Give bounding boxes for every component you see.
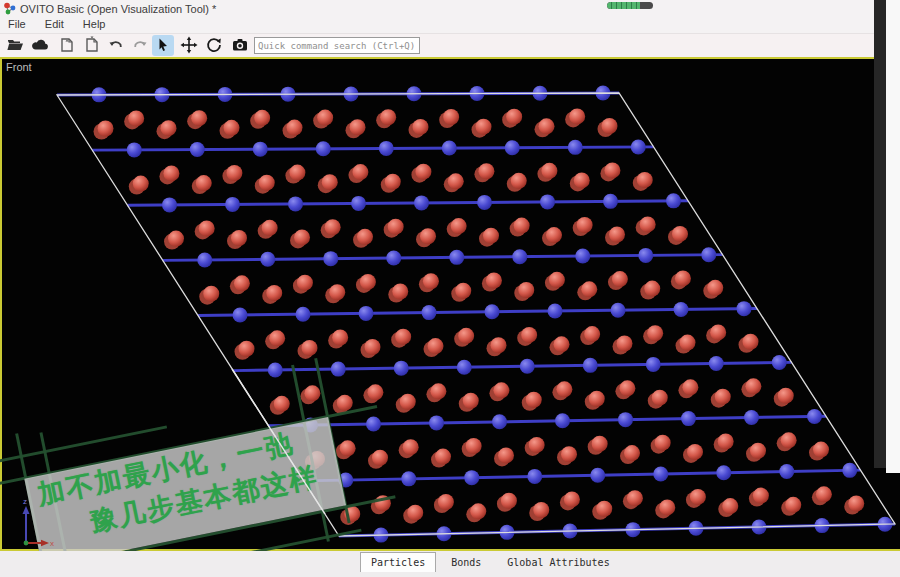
cursor-icon xyxy=(154,36,172,54)
tab-global-attributes[interactable]: Global Attributes xyxy=(496,553,620,573)
window-title: OVITO Basic (Open Visualization Tool) * xyxy=(20,3,216,15)
open-file-button[interactable] xyxy=(4,35,26,56)
open-folder-icon xyxy=(6,36,24,54)
data-inspector-bar: Particles Bonds Global Attributes xyxy=(0,551,900,577)
tab-bonds[interactable]: Bonds xyxy=(440,553,492,573)
file-export-icon xyxy=(83,36,101,54)
menu-bar: File Edit Help xyxy=(0,17,900,34)
menu-help[interactable]: Help xyxy=(75,17,114,30)
ovito-logo-icon xyxy=(3,2,16,15)
panel-scrollbar[interactable] xyxy=(874,0,886,468)
redo-icon xyxy=(131,36,149,54)
render-button[interactable] xyxy=(229,35,251,56)
viewport-front[interactable]: Front 加不加最小化，一弛 豫几步基本都这样 z xyxy=(0,57,900,551)
toolbar xyxy=(0,34,900,57)
axis-x-label: x xyxy=(50,539,54,548)
menu-file[interactable]: File xyxy=(0,17,34,30)
rotate-icon xyxy=(205,36,223,54)
ovito-window: OVITO Basic (Open Visualization Tool) * … xyxy=(0,0,900,577)
progress-indicator xyxy=(607,2,653,9)
open-remote-file-button[interactable] xyxy=(29,35,51,56)
tab-particles[interactable]: Particles xyxy=(360,552,436,572)
redo-button[interactable] xyxy=(129,35,151,56)
pan-mode-button[interactable] xyxy=(178,35,200,56)
rotate-mode-button[interactable] xyxy=(203,35,225,56)
title-bar: OVITO Basic (Open Visualization Tool) * xyxy=(0,0,900,17)
command-panel-edge xyxy=(886,0,900,473)
selection-mode-button[interactable] xyxy=(152,35,174,56)
camera-icon xyxy=(231,36,249,54)
menu-edit[interactable]: Edit xyxy=(37,17,72,30)
axis-indicator: z x xyxy=(10,497,60,549)
axis-z-label: z xyxy=(23,497,27,506)
viewport-label: Front xyxy=(6,61,32,73)
undo-icon xyxy=(107,36,125,54)
search-input[interactable] xyxy=(254,37,420,54)
export-file-button[interactable] xyxy=(81,35,103,56)
cloud-icon xyxy=(31,36,49,54)
move-arrows-icon xyxy=(180,36,198,54)
undo-button[interactable] xyxy=(105,35,127,56)
file-import-icon xyxy=(58,36,76,54)
import-file-button[interactable] xyxy=(56,35,78,56)
